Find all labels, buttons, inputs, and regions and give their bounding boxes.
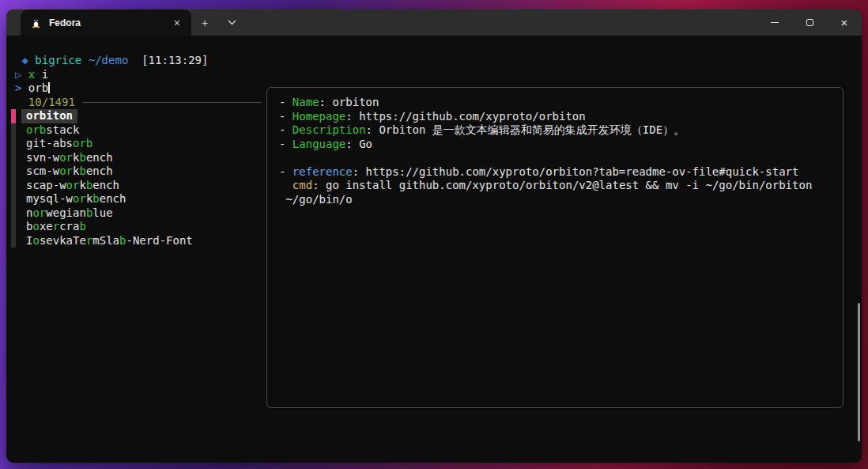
fzf-query-input[interactable]: orb (28, 81, 48, 94)
preview-pane: - Name: orbiton - Homepage: https://gith… (266, 87, 843, 408)
history-triangle-icon: ▷ (15, 68, 28, 81)
terminal-lines: ◆ bigrice ~/demo [11:13:29] ▷ x i > orb … (6, 36, 262, 248)
selection-pointer (11, 109, 16, 123)
prompt-timestamp: [11:13:29] (128, 54, 208, 66)
list-item-label: scm-workbench (26, 165, 113, 179)
tab-fedora[interactable]: Fedora × (21, 9, 191, 36)
preview-line-description: - Description: Orbiton 是一款文本编辑器和简易的集成开发环… (279, 123, 843, 138)
fzf-prompt-symbol: > (15, 81, 28, 94)
close-button[interactable]: × (827, 9, 862, 36)
list-gutter (11, 165, 16, 179)
tab-dropdown-button[interactable] (218, 9, 245, 36)
minimize-icon (771, 22, 779, 23)
tab-title: Fedora (49, 17, 164, 28)
preview-label: Language (292, 138, 345, 150)
desktop-wallpaper: Fedora × + × ◆ bigrice ~/demo [11:13:29]… (0, 0, 868, 469)
title-bar: Fedora × + × (6, 9, 862, 36)
list-item-label: git-absorb (26, 137, 92, 151)
list-gutter (11, 234, 16, 248)
preview-line-name: - Name: orbiton (279, 96, 843, 110)
preview-line-reference: - reference: https://github.com/xyproto/… (279, 165, 843, 180)
command-line: ▷ x i (11, 68, 262, 82)
titlebar-drag-area (245, 9, 757, 36)
list-gutter (11, 192, 16, 206)
prompt-directory: ~/demo (89, 54, 129, 66)
command-arg: i (42, 68, 48, 81)
maximize-icon (806, 19, 813, 26)
fzf-query-line[interactable]: > orb (11, 81, 262, 96)
preview-label: Homepage (292, 110, 345, 123)
scrollbar-thumb[interactable] (858, 303, 860, 441)
fzf-counter-line: 10/1491 (11, 96, 262, 110)
tux-penguin-icon (30, 17, 42, 28)
preview-line-cmd-wrap: ~/go/bin/o (279, 193, 843, 207)
list-gutter (11, 220, 16, 234)
preview-line-homepage: - Homepage: https://github.com/xyproto/o… (279, 110, 843, 124)
preview-label: Description (292, 123, 366, 136)
prompt-diamond-icon: ◆ (15, 54, 35, 66)
list-item[interactable]: scap-workbench (11, 179, 262, 193)
list-item[interactable]: boxercrab (11, 220, 262, 234)
list-item-label: boxercrab (26, 220, 86, 234)
shell-prompt-line: ◆ bigrice ~/demo [11:13:29] (11, 54, 262, 68)
tab-close-icon[interactable]: × (171, 17, 183, 29)
list-item[interactable]: svn-workbench (11, 151, 262, 165)
list-item-label: svn-workbench (26, 151, 113, 165)
preview-label: Name (292, 96, 319, 108)
text-cursor (48, 82, 50, 93)
preview-line-language: - Language: Go (279, 138, 843, 152)
list-item-label: IosevkaTermSlab-Nerd-Font (26, 234, 193, 248)
list-item-selected[interactable]: orbiton (11, 109, 262, 123)
minimize-button[interactable] (757, 9, 792, 36)
terminal-content[interactable]: ◆ bigrice ~/demo [11:13:29] ▷ x i > orb … (6, 36, 862, 463)
list-gutter (11, 206, 16, 221)
preview-label: reference (292, 165, 353, 178)
fzf-separator (82, 102, 262, 103)
fzf-match-counter: 10/1491 (15, 96, 75, 110)
list-gutter (11, 137, 16, 151)
list-gutter (11, 179, 16, 193)
list-item[interactable]: orbstack (11, 123, 262, 138)
list-gutter (11, 123, 16, 138)
new-tab-button[interactable]: + (191, 9, 218, 36)
preview-label: cmd (292, 179, 312, 191)
list-item-label: orbiton (21, 109, 77, 123)
list-item[interactable]: norwegianblue (11, 206, 262, 221)
preview-line-cmd: cmd: go install github.com/xyproto/orbit… (279, 179, 843, 193)
list-item[interactable]: IosevkaTermSlab-Nerd-Font (11, 234, 262, 248)
list-item-label: orbstack (26, 123, 79, 138)
list-gutter (11, 151, 16, 165)
list-item[interactable]: mysql-workbench (11, 192, 262, 206)
terminal-window: Fedora × + × ◆ bigrice ~/demo [11:13:29]… (6, 9, 862, 463)
preview-line-blank (279, 151, 843, 165)
chevron-down-icon (228, 20, 236, 25)
list-item[interactable]: git-absorb (11, 137, 262, 151)
list-item-label: norwegianblue (26, 206, 113, 221)
list-item[interactable]: scm-workbench (11, 165, 262, 179)
command-name: x (28, 68, 42, 81)
prompt-user: bigrice (35, 54, 88, 66)
list-item-label: scap-workbench (26, 179, 119, 193)
list-item-label: mysql-workbench (26, 192, 126, 206)
maximize-button[interactable] (792, 9, 827, 36)
